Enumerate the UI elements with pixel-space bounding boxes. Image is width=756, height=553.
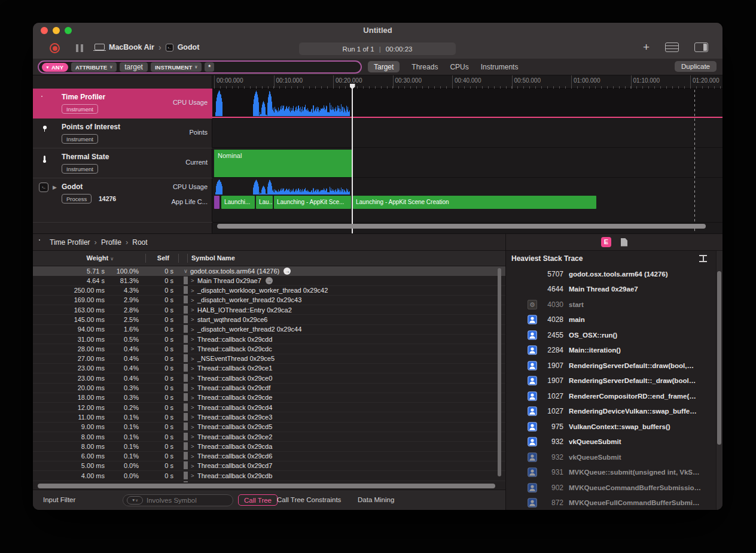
disclosure-chevron-icon[interactable]: > — [191, 424, 197, 430]
lifecycle-segment[interactable]: Launching - AppKit Scene Creation — [353, 196, 596, 209]
table-row[interactable]: 18.00 ms 0.3% 0 s > Thread::callback 0x2… — [33, 393, 505, 403]
disclosure-chevron-icon[interactable]: > — [191, 326, 197, 333]
sidebar-layout-icon[interactable] — [694, 42, 708, 52]
track-filter-field[interactable]: ▼ANY ATTRIBUTE∨ target INSTRUMENT∨ * — [38, 60, 362, 74]
table-row[interactable]: 12.00 ms 0.2% 0 s > Thread::callback 0x2… — [33, 403, 505, 412]
tab-threads[interactable]: Threads — [411, 63, 438, 71]
lifecycle-segment[interactable]: Launchi... — [221, 196, 255, 209]
disclosure-chevron-icon[interactable]: > — [191, 414, 197, 420]
stack-frame[interactable]: ⚙ 5707 godot.osx.tools.arm64 (14276) — [506, 266, 723, 282]
disclosure-chevron-icon[interactable]: > — [191, 472, 197, 479]
rows-layout-icon[interactable] — [665, 42, 679, 52]
table-row[interactable]: 27.00 ms 0.4% 0 s > _NSEventThread 0x29c… — [33, 354, 505, 364]
table-row[interactable]: 23.00 ms 0.4% 0 s > Thread::callback 0x2… — [33, 364, 505, 373]
disclosure-chevron-icon[interactable]: > — [191, 316, 197, 323]
godot-graph-row[interactable]: Launchi...Lau...Launching - AppKit Sce..… — [212, 178, 723, 223]
lifecycle-segment[interactable]: Lau... — [256, 196, 273, 209]
stack-frame[interactable]: ⚙ 2284 Main::iteration() — [506, 343, 723, 358]
breadcrumb-instrument[interactable]: Time Profiler — [50, 238, 90, 247]
document-icon[interactable] — [621, 238, 627, 247]
disclosure-chevron-icon[interactable]: > — [191, 306, 197, 313]
column-divider[interactable] — [145, 254, 146, 263]
disclosure-chevron-icon[interactable]: > — [191, 356, 197, 362]
filter-token-instrument[interactable]: INSTRUMENT∨ — [151, 62, 202, 72]
disclosure-chevron-icon[interactable]: > — [191, 375, 197, 381]
table-row[interactable]: 5.71 s 100.0% 0 s ∨ godot.osx.tools.arm6… — [33, 266, 505, 276]
disclosure-chevron-icon[interactable]: > — [191, 297, 197, 303]
table-row[interactable]: 169.00 ms 2.9% 0 s > _dispatch_worker_th… — [33, 296, 505, 305]
breadcrumb-root[interactable]: Root — [132, 238, 147, 247]
disclosure-chevron-icon[interactable]: > — [191, 365, 197, 372]
lifecycle-segment[interactable] — [214, 196, 220, 209]
track-header-thermal-state[interactable]: Thermal State Instrument Current — [33, 148, 212, 178]
track-header-godot[interactable]: ›_ ▶ Godot Process 14276 CPU Usage App L… — [33, 178, 212, 223]
table-row[interactable]: 9.00 ms 0.1% 0 s > Thread::callback 0x29… — [33, 423, 505, 432]
pause-button[interactable] — [76, 44, 83, 52]
record-button[interactable] — [50, 43, 60, 53]
stack-frame[interactable]: ⚙ 4030 start — [506, 297, 723, 312]
stack-frame[interactable]: ⚙ 902 MVKQueueCommandBufferSubmissio… — [506, 480, 723, 496]
table-row[interactable]: 163.00 ms 2.8% 0 s > HALB_IOThread::Entr… — [33, 305, 505, 315]
disclosure-chevron-icon[interactable]: > — [191, 277, 197, 284]
table-row[interactable]: 6.00 ms 0.1% 0 s > Thread::callback 0x29… — [33, 452, 505, 461]
stack-frame[interactable]: ⚙ 872 MVKQueueFullCommandBufferSubmi… — [506, 496, 723, 511]
table-row[interactable]: 94.00 ms 1.6% 0 s > _dispatch_worker_thr… — [33, 325, 505, 335]
stack-frame[interactable]: ⚙ 4644 Main Thread 0x29ae7 — [506, 282, 723, 297]
disclosure-chevron-icon[interactable]: > — [191, 287, 197, 294]
funnel-chevron-icon[interactable]: ▼∨ — [127, 496, 143, 505]
call-tree-constraints-button[interactable]: Call Tree Constraints — [277, 496, 341, 503]
table-row[interactable]: 20.00 ms 0.3% 0 s > Thread::callback 0x2… — [33, 384, 505, 393]
focus-arrow-icon[interactable]: → — [266, 277, 273, 284]
table-row[interactable]: 31.00 ms 0.5% 0 s > Thread::callback 0x2… — [33, 335, 505, 344]
stack-frame[interactable]: ⚙ 975 VulkanContext::swap_buffers() — [506, 419, 723, 434]
tab-target[interactable]: Target — [368, 61, 400, 72]
target-device-selector[interactable]: MacBook Air › ›_ Godot — [94, 42, 199, 52]
stack-frame[interactable]: ⚙ 4028 main — [506, 312, 723, 328]
add-instrument-icon[interactable]: + — [643, 41, 650, 53]
tab-cpus[interactable]: CPUs — [450, 63, 468, 71]
points-of-interest-graph-row[interactable] — [212, 118, 723, 148]
table-row[interactable]: 8.00 ms 0.1% 0 s > Thread::callback 0x29… — [33, 442, 505, 451]
disclosure-chevron-icon[interactable]: > — [191, 345, 197, 352]
disclosure-chevron-icon[interactable]: > — [191, 404, 197, 411]
column-divider[interactable] — [187, 254, 188, 263]
lifecycle-segment[interactable]: Launching - AppKit Sce... — [274, 196, 351, 209]
table-row[interactable]: 23.00 ms 0.4% 0 s > Thread::callback 0x2… — [33, 373, 505, 383]
disclosure-chevron-icon[interactable]: ∨ — [184, 268, 190, 274]
track-header-time-profiler[interactable]: Time Profiler Instrument CPU Usage — [33, 89, 212, 118]
stack-frame[interactable]: ⚙ 1907 RenderingServerDefault::_draw(boo… — [506, 373, 723, 389]
disclosure-triangle-icon[interactable]: ▶ — [53, 184, 57, 190]
stack-frame[interactable]: ⚙ 1027 RendererCompositorRD::end_frame(… — [506, 388, 723, 404]
table-row[interactable]: 5.00 ms 0.0% 0 s > Thread::callback 0x29… — [33, 461, 505, 471]
playhead[interactable] — [352, 84, 353, 233]
disclosure-chevron-icon[interactable]: > — [191, 433, 197, 440]
table-row[interactable]: 250.00 ms 4.3% 0 s > _dispatch_workloop_… — [33, 286, 505, 296]
filter-any-pill[interactable]: ▼ANY — [42, 63, 68, 72]
timeline-horizontal-scrollbar[interactable] — [217, 224, 706, 229]
table-horizontal-scrollbar[interactable] — [33, 482, 505, 490]
table-row[interactable]: 145.00 ms 2.5% 0 s > start_wqthread 0x29… — [33, 315, 505, 324]
data-mining-button[interactable]: Data Mining — [358, 496, 394, 503]
disclosure-chevron-icon[interactable]: > — [191, 385, 197, 391]
disclosure-chevron-icon[interactable]: > — [191, 336, 197, 342]
table-row[interactable]: 11.00 ms 0.1% 0 s > Thread::callback 0x2… — [33, 412, 505, 422]
disclosure-chevron-icon[interactable]: > — [191, 463, 197, 469]
column-header-weight[interactable]: Weight ∨ — [33, 254, 114, 262]
duplicate-button[interactable]: Duplicate — [675, 61, 717, 72]
thermal-state-graph-row[interactable]: Nominal — [212, 148, 723, 178]
table-row[interactable]: 28.00 ms 0.4% 0 s > Thread::callback 0x2… — [33, 344, 505, 354]
tab-instruments[interactable]: Instruments — [481, 63, 519, 71]
call-tree-button[interactable]: Call Tree — [238, 494, 278, 506]
stack-frame[interactable]: ⚙ 931 MVKQueue::submit(unsigned int, VkS… — [506, 465, 723, 481]
disclosure-chevron-icon[interactable]: > — [191, 453, 197, 460]
thermal-state-bar[interactable]: Nominal — [214, 150, 352, 177]
collapse-stack-icon[interactable] — [699, 255, 707, 262]
disclosure-chevron-icon[interactable]: > — [191, 394, 197, 401]
column-header-self[interactable]: Self — [135, 254, 169, 262]
column-header-symbol[interactable]: Symbol Name — [191, 254, 235, 262]
table-row[interactable]: 4.64 s 81.3% 0 s > Main Thread 0x29ae7 → — [33, 276, 505, 285]
stack-frame[interactable]: ⚙ 932 vkQueueSubmit — [506, 449, 723, 465]
table-row[interactable]: 4.00 ms 0.0% 0 s > Thread::callback 0x29… — [33, 471, 505, 481]
stack-frame[interactable]: ⚙ 932 vkQueueSubmit — [506, 434, 723, 450]
column-divider[interactable] — [178, 254, 179, 263]
